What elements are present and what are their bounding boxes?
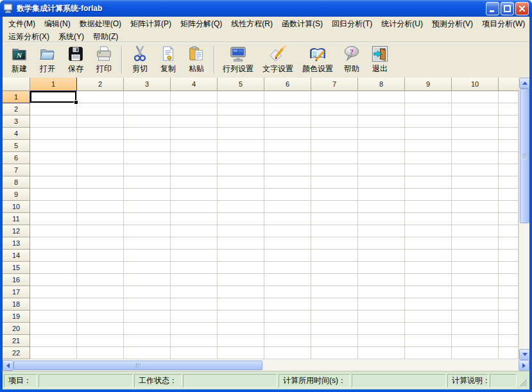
close-button[interactable] xyxy=(515,2,529,15)
cell-r2c10[interactable] xyxy=(452,103,499,115)
column-header-1[interactable]: 1 xyxy=(30,78,77,91)
cell-r12c4[interactable] xyxy=(171,225,218,237)
row-header-11[interactable]: 11 xyxy=(3,213,30,225)
cell-r9c3[interactable] xyxy=(124,189,171,201)
cell-r2c1[interactable] xyxy=(30,103,77,115)
cell-r21c5[interactable] xyxy=(218,335,264,347)
cell-r20c2[interactable] xyxy=(77,323,124,335)
cell-r16c8[interactable] xyxy=(358,274,405,286)
cell-r5c3[interactable] xyxy=(124,140,171,152)
cell-r5c4[interactable] xyxy=(171,140,218,152)
cell-r12c9[interactable] xyxy=(405,225,452,237)
row-header-1[interactable]: 1 xyxy=(3,91,30,103)
cell-r14c1[interactable] xyxy=(30,250,77,262)
cell-r4c10[interactable] xyxy=(452,128,499,140)
cell-r4c5[interactable] xyxy=(218,128,264,140)
cell-r3c4[interactable] xyxy=(171,115,218,128)
cell-r17c9[interactable] xyxy=(405,286,452,298)
cell-r9c9[interactable] xyxy=(405,189,452,201)
cell-r15c6[interactable] xyxy=(264,262,311,274)
cell-stub-r11[interactable] xyxy=(499,213,519,225)
cell-r3c7[interactable] xyxy=(311,115,358,128)
cell-stub-r3[interactable] xyxy=(499,115,519,128)
row-header-10[interactable]: 10 xyxy=(3,201,30,213)
row-header-17[interactable]: 17 xyxy=(3,286,30,298)
cell-r4c2[interactable] xyxy=(77,128,124,140)
cell-r8c8[interactable] xyxy=(358,176,405,189)
horizontal-scrollbar[interactable] xyxy=(3,360,529,371)
cell-r10c4[interactable] xyxy=(171,201,218,213)
cell-r14c9[interactable] xyxy=(405,250,452,262)
cell-r20c9[interactable] xyxy=(405,323,452,335)
scroll-right-button[interactable] xyxy=(519,360,529,371)
cell-r9c4[interactable] xyxy=(171,189,218,201)
cell-r20c8[interactable] xyxy=(358,323,405,335)
cell-r8c7[interactable] xyxy=(311,176,358,189)
cell-stub-r7[interactable] xyxy=(499,164,519,176)
cell-r19c5[interactable] xyxy=(218,311,264,323)
row-header-14[interactable]: 14 xyxy=(3,250,30,262)
cell-r10c7[interactable] xyxy=(311,201,358,213)
menu-project-analysis[interactable]: 项目分析(W) xyxy=(477,18,529,30)
cell-r9c1[interactable] xyxy=(30,189,77,201)
color-settings-button[interactable]: 颜色设置 xyxy=(298,44,338,76)
cell-r11c3[interactable] xyxy=(124,213,171,225)
cell-r15c3[interactable] xyxy=(124,262,171,274)
cell-r15c9[interactable] xyxy=(405,262,452,274)
vertical-scrollbar-thumb[interactable] xyxy=(520,89,529,223)
menu-forecast-analysis[interactable]: 预测分析(V) xyxy=(427,18,477,30)
cell-r15c8[interactable] xyxy=(358,262,405,274)
cell-r12c5[interactable] xyxy=(218,225,264,237)
cell-r11c4[interactable] xyxy=(171,213,218,225)
cell-r18c8[interactable] xyxy=(358,298,405,311)
cell-stub-r9[interactable] xyxy=(499,189,519,201)
cell-stub-r5[interactable] xyxy=(499,140,519,152)
cell-r20c4[interactable] xyxy=(171,323,218,335)
cell-r12c7[interactable] xyxy=(311,225,358,237)
cell-r20c1[interactable] xyxy=(30,323,77,335)
column-header-6[interactable]: 6 xyxy=(264,78,311,91)
cell-r21c1[interactable] xyxy=(30,335,77,347)
cell-r15c4[interactable] xyxy=(171,262,218,274)
cell-stub-r4[interactable] xyxy=(499,128,519,140)
cell-r16c5[interactable] xyxy=(218,274,264,286)
cell-r19c7[interactable] xyxy=(311,311,358,323)
row-header-15[interactable]: 15 xyxy=(3,262,30,274)
cell-r13c3[interactable] xyxy=(124,237,171,250)
cell-r16c2[interactable] xyxy=(77,274,124,286)
cell-r5c6[interactable] xyxy=(264,140,311,152)
cell-r5c10[interactable] xyxy=(452,140,499,152)
cell-r6c8[interactable] xyxy=(358,152,405,164)
cell-r13c4[interactable] xyxy=(171,237,218,250)
cell-r22c10[interactable] xyxy=(452,347,499,359)
cell-r20c6[interactable] xyxy=(264,323,311,335)
cell-r3c3[interactable] xyxy=(124,115,171,128)
cell-r6c5[interactable] xyxy=(218,152,264,164)
cell-r7c5[interactable] xyxy=(218,164,264,176)
cell-r18c10[interactable] xyxy=(452,298,499,311)
cell-r22c7[interactable] xyxy=(311,347,358,359)
cell-r22c1[interactable] xyxy=(30,347,77,359)
cell-r6c9[interactable] xyxy=(405,152,452,164)
cell-r6c1[interactable] xyxy=(30,152,77,164)
cell-r6c3[interactable] xyxy=(124,152,171,164)
cell-r17c1[interactable] xyxy=(30,286,77,298)
column-header-7[interactable]: 7 xyxy=(311,78,358,91)
exit-button[interactable]: 退出 xyxy=(366,44,394,76)
cell-r14c6[interactable] xyxy=(264,250,311,262)
cell-r21c6[interactable] xyxy=(264,335,311,347)
cell-r19c6[interactable] xyxy=(264,311,311,323)
cell-r1c8[interactable] xyxy=(358,91,405,103)
row-header-3[interactable]: 3 xyxy=(3,115,30,128)
row-header-2[interactable]: 2 xyxy=(3,103,30,115)
cell-stub-r16[interactable] xyxy=(499,274,519,286)
open-button[interactable]: 打开 xyxy=(33,44,62,76)
cell-r3c6[interactable] xyxy=(264,115,311,128)
cell-r12c1[interactable] xyxy=(30,225,77,237)
menu-system[interactable]: 系统(Y) xyxy=(54,31,89,43)
cell-r19c9[interactable] xyxy=(405,311,452,323)
cell-r2c2[interactable] xyxy=(77,103,124,115)
cell-r13c10[interactable] xyxy=(452,237,499,250)
cell-r2c9[interactable] xyxy=(405,103,452,115)
paste-button[interactable]: 粘贴 xyxy=(182,44,210,76)
